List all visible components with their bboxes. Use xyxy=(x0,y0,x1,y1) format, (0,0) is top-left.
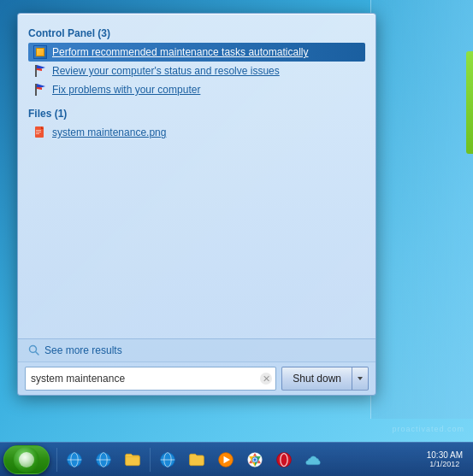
system-time: 10:30 AM 1/1/2012 xyxy=(423,449,466,470)
flag-icon-3 xyxy=(33,83,47,97)
taskbar-icon-ie3[interactable] xyxy=(154,446,181,473)
date: 1/1/2012 xyxy=(427,460,463,468)
result-text-1: Perform recommended maintenance tasks au… xyxy=(52,46,308,58)
taskbar-separator-1 xyxy=(56,448,57,472)
taskbar-icon-cloud[interactable] xyxy=(299,446,327,473)
start-orb-inner xyxy=(19,452,34,467)
taskbar-icon-media[interactable] xyxy=(212,446,239,473)
file-item-1[interactable]: system maintenance.png xyxy=(28,123,365,142)
files-header: Files (1) xyxy=(28,108,365,120)
search-input[interactable] xyxy=(25,367,276,391)
start-orb xyxy=(14,447,39,473)
search-bar: ✕ Shut down xyxy=(18,361,375,395)
shutdown-button-group: Shut down xyxy=(281,367,369,391)
svg-marker-13 xyxy=(358,377,363,380)
search-small-icon xyxy=(28,344,40,356)
desktop: Control Panel (3) Perform recommended ma… xyxy=(0,0,473,476)
result-item-1[interactable]: Perform recommended maintenance tasks au… xyxy=(28,43,365,62)
taskbar-separator-2 xyxy=(150,448,151,472)
clear-button[interactable]: ✕ xyxy=(260,373,272,385)
taskbar-icon-chrome[interactable] xyxy=(241,446,269,473)
see-more-bar: See more results xyxy=(18,338,375,361)
svg-rect-10 xyxy=(36,133,39,134)
file-icon-1 xyxy=(33,126,47,139)
search-input-wrapper: ✕ xyxy=(25,367,276,391)
see-more-link[interactable]: See more results xyxy=(28,344,122,356)
shutdown-button[interactable]: Shut down xyxy=(281,367,352,391)
control-panel-icon-1 xyxy=(33,45,47,59)
taskbar-icon-folder2[interactable] xyxy=(183,446,210,473)
svg-line-12 xyxy=(36,352,39,356)
result-item-2[interactable]: Review your computer's status and resolv… xyxy=(28,62,365,80)
time: 10:30 AM xyxy=(427,450,463,460)
system-tray: 10:30 AM 1/1/2012 xyxy=(423,449,470,470)
result-text-3: Fix problems with your computer xyxy=(52,84,200,96)
svg-point-29 xyxy=(253,458,256,461)
taskbar-icon-ie2[interactable] xyxy=(90,446,117,473)
taskbar: 10:30 AM 1/1/2012 xyxy=(0,442,473,476)
file-text-1: system maintenance.png xyxy=(52,126,166,138)
see-more-text: See more results xyxy=(44,344,122,356)
start-menu: Control Panel (3) Perform recommended ma… xyxy=(17,13,376,396)
svg-rect-9 xyxy=(36,132,41,132)
watermark: proactivated.com xyxy=(392,425,464,433)
result-text-2: Review your computer's status and resolv… xyxy=(52,65,280,77)
svg-rect-8 xyxy=(36,130,41,131)
results-area: Control Panel (3) Perform recommended ma… xyxy=(18,14,375,338)
panel-accent xyxy=(466,51,473,154)
right-panel xyxy=(370,0,473,419)
svg-marker-2 xyxy=(37,68,42,71)
result-item-3[interactable]: Fix problems with your computer xyxy=(28,80,365,99)
taskbar-icon-folder[interactable] xyxy=(119,446,146,473)
taskbar-icon-ie[interactable] xyxy=(61,446,88,473)
start-button[interactable] xyxy=(3,445,50,474)
svg-rect-3 xyxy=(35,84,37,96)
svg-point-30 xyxy=(277,452,292,467)
svg-rect-0 xyxy=(35,65,37,77)
shutdown-arrow-button[interactable] xyxy=(352,367,369,391)
control-panel-header: Control Panel (3) xyxy=(28,27,365,39)
taskbar-icon-opera[interactable] xyxy=(270,446,298,473)
svg-marker-5 xyxy=(37,87,42,90)
flag-icon-2 xyxy=(33,64,47,78)
